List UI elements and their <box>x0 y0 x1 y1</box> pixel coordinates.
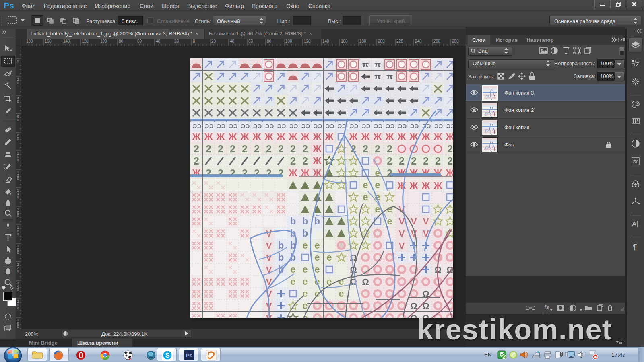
svg-text:200: 200 <box>378 39 385 43</box>
svg-text:0: 0 <box>193 39 195 43</box>
svg-text:fx: fx <box>633 159 638 165</box>
svg-text:0: 0 <box>17 81 19 85</box>
svg-text:0: 0 <box>17 118 19 122</box>
svg-text:120: 120 <box>82 39 89 43</box>
svg-text:80: 80 <box>119 39 124 43</box>
svg-text:100: 100 <box>285 39 292 43</box>
svg-text:0: 0 <box>17 195 19 199</box>
svg-text:A: A <box>632 220 637 228</box>
svg-text:20: 20 <box>211 39 216 43</box>
svg-text:160: 160 <box>341 39 348 43</box>
svg-text:40: 40 <box>230 39 235 43</box>
svg-text:60: 60 <box>248 39 253 43</box>
svg-text:140: 140 <box>322 39 329 43</box>
svg-text:S: S <box>165 352 170 359</box>
svg-text:0: 0 <box>17 177 19 181</box>
svg-text:40: 40 <box>156 39 161 43</box>
svg-text:0: 0 <box>17 214 19 218</box>
svg-text:160: 160 <box>45 39 52 43</box>
svg-text:140: 140 <box>63 39 70 43</box>
svg-text:0: 0 <box>17 306 19 310</box>
svg-text:220: 220 <box>396 39 403 43</box>
svg-text:280: 280 <box>452 39 459 43</box>
svg-text:0: 0 <box>17 269 19 273</box>
svg-text:0: 0 <box>17 232 19 236</box>
svg-text:180: 180 <box>359 39 366 43</box>
svg-text:0: 0 <box>17 288 19 292</box>
svg-text:20: 20 <box>174 39 179 43</box>
svg-text:0: 0 <box>17 136 19 140</box>
svg-text:180: 180 <box>26 39 33 43</box>
svg-text:240: 240 <box>415 39 422 43</box>
svg-text:Ps: Ps <box>186 352 192 358</box>
svg-text:0: 0 <box>17 251 19 255</box>
svg-text:¶: ¶ <box>633 243 637 251</box>
svg-text:120: 120 <box>304 39 311 43</box>
svg-text:60: 60 <box>137 39 142 43</box>
svg-text:80: 80 <box>267 39 272 43</box>
svg-text:100: 100 <box>100 39 107 43</box>
svg-text:0: 0 <box>17 99 19 103</box>
svg-text:0: 0 <box>17 158 19 162</box>
svg-text:0: 0 <box>17 325 19 329</box>
svg-text:0: 0 <box>17 59 19 63</box>
svg-text:260: 260 <box>433 39 440 43</box>
